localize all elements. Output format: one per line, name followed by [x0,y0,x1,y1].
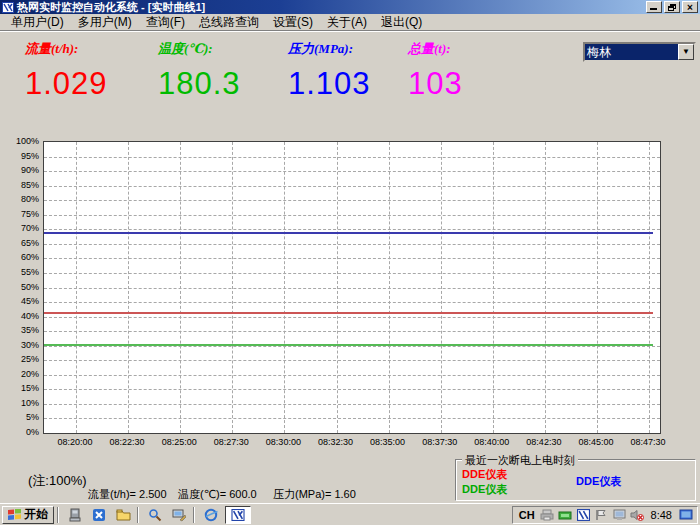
fullscale-item-0: 流量(t/h)= 2.500 [88,487,167,502]
menu-item-3[interactable]: 总线路查询 [192,13,266,32]
series-line-0 [44,232,653,234]
v-gridline [232,142,233,433]
readout-value: 103 [408,66,463,102]
y-tick-label: 45% [0,296,39,307]
series-line-2 [44,344,653,346]
muted-speaker-icon[interactable] [630,508,645,522]
h-gridline [44,360,660,361]
show-desktop-icon[interactable] [168,506,190,524]
v-gridline [597,142,598,433]
station-combobox[interactable]: 梅林 ▼ [583,42,696,62]
menu-item-4[interactable]: 设置(S) [266,13,320,32]
power-groupbox-title: 最近一次断电上电时刻 [462,453,578,468]
y-tick-label: 15% [0,383,39,394]
chevron-down-icon[interactable]: ▼ [678,44,694,60]
x-tick-label: 08:40:00 [462,437,522,447]
menu-item-1[interactable]: 多用户(M) [71,13,139,32]
x-tick-label: 08:27:30 [201,437,261,447]
h-gridline [44,200,660,201]
printer-icon[interactable] [540,508,555,522]
app-shortcut-icon[interactable] [88,506,110,524]
readout-value: 180.3 [158,66,241,102]
h-gridline [44,317,660,318]
clock[interactable]: 8:48 [648,509,675,521]
h-gridline [44,375,660,376]
h-gridline [44,258,660,259]
taskbar-separator [57,507,59,523]
flag-icon[interactable] [594,508,609,522]
x-tick-label: 08:20:00 [45,437,105,447]
readout-2: 压力(MPa):1.103 [288,40,371,102]
window-title: 热网实时监控自动化系统 - [实时曲线1] [17,1,205,13]
y-tick-label: 35% [0,325,39,336]
h-gridline [44,404,660,405]
readout-label: 流量(t/h): [25,40,108,58]
h-gridline [44,244,660,245]
search-icon[interactable] [144,506,166,524]
y-tick-label: 20% [0,369,39,380]
v-gridline [493,142,494,433]
y-tick-label: 25% [0,354,39,365]
app-logo-icon [231,509,245,521]
y-tick-label: 60% [0,252,39,263]
restore-button[interactable] [664,1,680,13]
h-gridline [44,302,660,303]
start-button[interactable]: 开始 [2,506,54,524]
fullscale-item-1: 温度(℃)= 600.0 [178,487,257,502]
readout-label: 压力(MPa): [288,40,371,58]
y-tick-label: 95% [0,151,39,162]
readout-1: 温度(℃):180.3 [158,40,241,102]
h-gridline [44,288,660,289]
y-tick-label: 0% [0,427,39,438]
app-logo-icon [2,2,14,13]
x-tick-label: 08:22:30 [97,437,157,447]
h-gridline [44,331,660,332]
y-tick-label: 85% [0,180,39,191]
menu-item-5[interactable]: 关于(A) [320,13,374,32]
h-gridline [44,171,660,172]
y-tick-label: 55% [0,267,39,278]
y-tick-label: 10% [0,398,39,409]
menu-item-6[interactable]: 退出(Q) [374,13,429,32]
readout-3: 总量(t):103 [408,40,463,102]
close-button[interactable]: × [682,1,698,13]
folder-icon[interactable] [112,506,134,524]
network-card-icon[interactable] [558,508,573,522]
device-shortcut-icon[interactable] [64,506,86,524]
x-tick-label: 08:35:00 [358,437,418,447]
start-label: 开始 [24,506,48,523]
v-gridline [545,142,546,433]
readout-value: 1.029 [25,66,108,102]
system-tray: CH 8:48 [512,506,698,524]
taskbar: 开始 CH [0,503,700,525]
h-gridline [44,157,660,158]
x-tick-label: 08:47:30 [618,437,678,447]
v-gridline [649,142,650,433]
internet-explorer-icon[interactable] [200,506,222,524]
y-tick-label: 75% [0,209,39,220]
series-line-1 [44,312,653,314]
windows-logo-icon [8,509,21,521]
y-tick-label: 80% [0,194,39,205]
language-indicator[interactable]: CH [517,509,537,521]
app-task-button[interactable] [225,506,251,524]
y-tick-label: 100% [0,136,39,147]
computer-icon[interactable] [612,508,627,522]
app-tray-icon[interactable] [576,508,591,522]
minimize-button[interactable] [646,1,662,13]
y-tick-label: 40% [0,311,39,322]
fullscale-item-2: 压力(MPa)= 1.60 [273,487,356,502]
menu-item-2[interactable]: 查询(F) [139,13,192,32]
readout-label: 温度(℃): [158,40,241,58]
x-tick-label: 08:25:00 [149,437,209,447]
dde-meter-label-2: DDE仪表 [576,474,621,489]
readout-0: 流量(t/h):1.029 [25,40,108,102]
dde-meter-label-0: DDE仪表 [462,467,507,482]
station-selected-value: 梅林 [585,44,678,60]
minimize-icon [650,8,657,10]
x-tick-label: 08:37:30 [410,437,470,447]
v-gridline [180,142,181,433]
display-icon[interactable] [678,508,693,522]
readout-value: 1.103 [288,66,371,102]
menu-item-0[interactable]: 单用户(D) [4,13,71,32]
